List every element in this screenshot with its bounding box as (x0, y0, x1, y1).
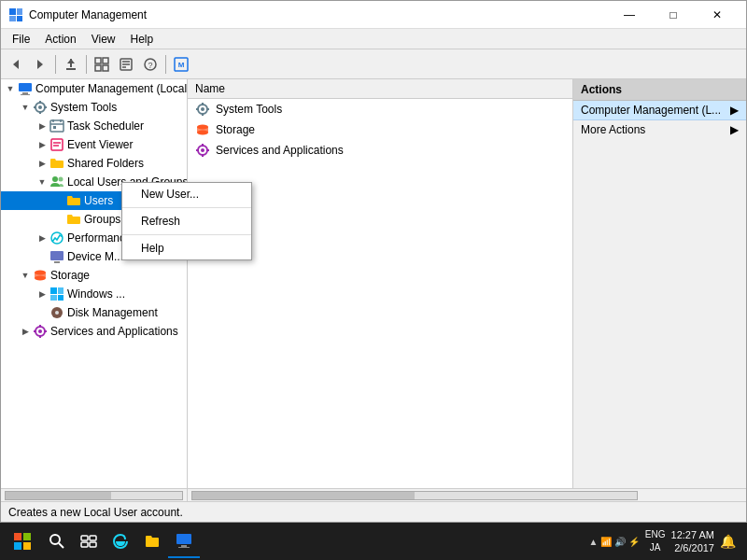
center-scrollbar[interactable] (188, 489, 746, 501)
tree-device-manager-expand[interactable] (35, 249, 49, 264)
context-refresh[interactable]: Refresh (122, 210, 251, 232)
center-item-system-tools[interactable]: System Tools (188, 99, 572, 119)
svg-rect-82 (90, 542, 96, 547)
tree-groups-expand[interactable] (51, 212, 66, 227)
svg-rect-47 (58, 287, 63, 294)
main-window: Computer Management — □ ✕ File Action Vi… (0, 0, 747, 523)
tree-services-label: Services and Applications (50, 325, 178, 338)
minimize-button[interactable]: — (608, 1, 651, 29)
svg-rect-83 (176, 534, 191, 544)
tree-users-expand[interactable] (51, 193, 66, 208)
context-separator-2 (122, 234, 251, 235)
action-computer-management[interactable]: Computer Management (L... ▶ (573, 101, 746, 120)
svg-rect-11 (103, 58, 108, 63)
action-more-actions[interactable]: More Actions ▶ (573, 120, 746, 139)
svg-rect-41 (50, 251, 63, 260)
tree-local-users-expand[interactable]: ▼ (35, 175, 49, 189)
svg-text:M: M (178, 61, 185, 69)
explorer-taskbar-button[interactable] (136, 525, 168, 558)
context-help[interactable]: Help (122, 237, 251, 259)
tree-panel[interactable]: ▼ Computer Management (Local ▼ (1, 79, 188, 488)
svg-rect-48 (50, 295, 57, 301)
status-text: Creates a new Local User account. (8, 506, 183, 519)
action-computer-management-label: Computer Management (L... (581, 104, 721, 117)
tree-services[interactable]: ▶ Services and Applications (1, 322, 187, 341)
center-system-tools-icon (195, 102, 210, 117)
tree-local-users-icon (49, 175, 64, 189)
up-button[interactable] (60, 53, 82, 76)
mmc-button[interactable]: M (170, 53, 192, 76)
tree-event-viewer-icon (49, 137, 64, 152)
toolbar-sep-2 (86, 55, 87, 74)
tree-shared-folders-expand[interactable]: ▶ (35, 156, 49, 171)
tree-disk-management-expand[interactable] (35, 305, 49, 320)
menu-action[interactable]: Action (37, 31, 83, 48)
svg-point-66 (197, 131, 208, 135)
tree-root-expand[interactable]: ▼ (3, 81, 18, 96)
computer-management-taskbar-button[interactable] (168, 525, 200, 558)
svg-rect-85 (178, 547, 190, 548)
back-button[interactable] (5, 53, 27, 76)
svg-point-51 (55, 311, 59, 315)
center-panel[interactable]: Name System Tools (188, 79, 573, 488)
center-item-services-apps[interactable]: Services and Applications (188, 140, 572, 161)
svg-point-40 (51, 232, 63, 244)
tree-services-expand[interactable]: ▶ (18, 324, 33, 339)
tree-task-scheduler[interactable]: ▶ Task Scheduler (1, 117, 187, 135)
close-button[interactable]: ✕ (696, 1, 739, 29)
tree-event-viewer[interactable]: ▶ Event Viewer (1, 135, 187, 154)
tree-windows-backup[interactable]: ▶ Windows ... (1, 285, 187, 303)
tree-root[interactable]: ▼ Computer Management (Local (1, 79, 187, 98)
context-new-user[interactable]: New User... (122, 183, 251, 205)
tree-storage-expand[interactable]: ▼ (18, 268, 33, 283)
menu-view[interactable]: View (84, 31, 123, 48)
tree-performance-icon (49, 231, 64, 245)
main-area: ▼ Computer Management (Local ▼ (1, 79, 746, 488)
edge-taskbar-button[interactable] (105, 525, 136, 558)
tree-root-icon (18, 81, 33, 96)
svg-rect-75 (14, 542, 21, 550)
center-item-storage[interactable]: Storage (188, 119, 572, 140)
svg-rect-49 (58, 295, 63, 301)
svg-rect-73 (14, 533, 21, 540)
tree-windows-backup-expand[interactable]: ▶ (35, 287, 49, 301)
tree-windows-backup-icon (49, 287, 64, 301)
tree-event-viewer-expand[interactable]: ▶ (35, 137, 49, 152)
tree-disk-management[interactable]: Disk Management (1, 303, 187, 322)
tree-storage[interactable]: ▼ Storage (1, 266, 187, 285)
center-services-icon (195, 143, 210, 158)
center-item-label-storage: Storage (216, 123, 255, 136)
window-title: Computer Management (29, 8, 608, 21)
forward-button[interactable] (29, 53, 51, 76)
clock-time: 12:27 AM (671, 528, 714, 541)
tray-icons: ▲ 📶 🔊 ⚡ (589, 537, 640, 547)
tree-root-label: Computer Management (Local (35, 82, 187, 95)
svg-rect-12 (103, 65, 108, 71)
show-hide-console-button[interactable] (91, 53, 113, 76)
taskbar-clock[interactable]: 12:27 AM 2/6/2017 (671, 528, 714, 555)
tree-system-tools[interactable]: ▼ System Tools (1, 98, 187, 117)
tree-storage-label: Storage (50, 269, 90, 282)
window-controls: — □ ✕ (608, 1, 739, 29)
maximize-button[interactable]: □ (652, 1, 695, 29)
help-button[interactable]: ? (139, 53, 162, 76)
svg-text:?: ? (148, 61, 152, 70)
tree-task-scheduler-label: Task Scheduler (67, 119, 144, 133)
tree-system-tools-expand[interactable]: ▼ (18, 100, 33, 115)
properties-button[interactable] (115, 53, 137, 76)
menu-help[interactable]: Help (123, 31, 162, 48)
tree-task-scheduler-expand[interactable]: ▶ (35, 119, 49, 133)
notification-button[interactable]: 🔔 (720, 534, 736, 549)
task-view-button[interactable] (73, 525, 105, 558)
tree-scrollbar[interactable] (1, 489, 188, 501)
tree-groups-label: Groups (84, 213, 120, 226)
tree-disk-management-icon (49, 305, 64, 320)
tree-shared-folders[interactable]: ▶ Shared Folders (1, 154, 187, 173)
svg-rect-46 (50, 287, 57, 294)
svg-rect-76 (23, 542, 31, 550)
tree-performance-expand[interactable]: ▶ (35, 231, 49, 245)
menu-file[interactable]: File (5, 31, 37, 48)
start-button[interactable] (4, 525, 41, 558)
search-taskbar-button[interactable] (41, 525, 73, 558)
horizontal-scrollbar-area (1, 488, 746, 501)
